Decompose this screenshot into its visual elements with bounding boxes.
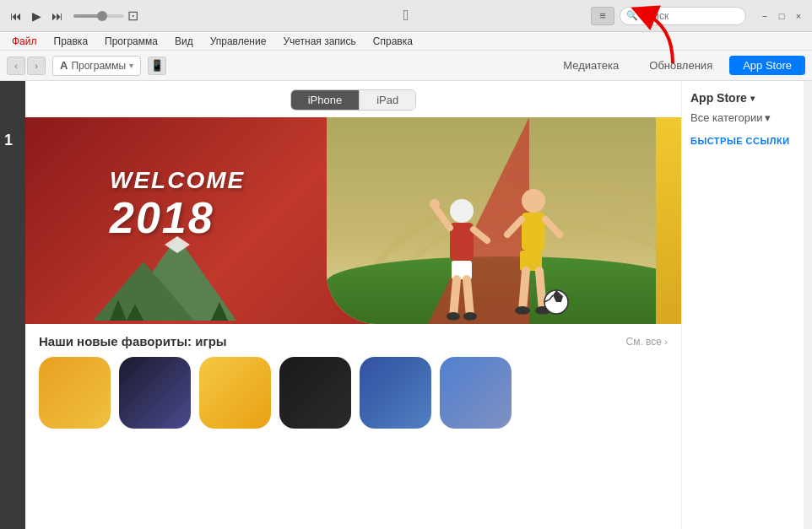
app-icon-4[interactable] xyxy=(279,357,351,429)
location-bar[interactable]: A Программы ▾ xyxy=(52,56,141,76)
nav-tabs: Медиатека Обновления App Store xyxy=(549,56,805,75)
nav-bar: ‹ › A Программы ▾ 📱 Медиатека Обновления… xyxy=(0,51,812,81)
content-area: 1 iPhone iPad xyxy=(0,81,812,529)
see-all-button[interactable]: См. все › xyxy=(625,336,668,348)
forward-button[interactable]: ⏭ xyxy=(48,8,67,24)
svg-line-17 xyxy=(467,279,470,316)
window-controls: − □ × xyxy=(758,9,805,23)
sidebar-number: 1 xyxy=(4,132,13,149)
playback-controls: ⏮ ▶ ⏭ xyxy=(7,8,67,24)
see-all-label: См. все xyxy=(625,336,662,348)
svg-point-10 xyxy=(450,199,474,223)
app-store-arrow-icon: ▾ xyxy=(750,94,755,103)
play-button[interactable]: ▶ xyxy=(29,8,45,24)
tab-ipad[interactable]: iPad xyxy=(360,90,415,110)
welcome-label: WELCOME xyxy=(110,167,245,193)
device-icon[interactable]: 📱 xyxy=(148,57,166,75)
location-label: Программы xyxy=(71,60,126,72)
tab-iphone[interactable]: iPhone xyxy=(291,90,360,110)
app-icon-1[interactable] xyxy=(39,357,111,429)
menu-program[interactable]: Программа xyxy=(98,34,165,49)
menu-bar: Файл Правка Программа Вид Управление Уче… xyxy=(0,32,812,51)
menu-control[interactable]: Управление xyxy=(203,34,273,49)
svg-point-18 xyxy=(447,312,460,321)
svg-line-26 xyxy=(539,271,543,310)
svg-rect-11 xyxy=(450,223,474,261)
tab-appstore[interactable]: App Store xyxy=(729,56,805,75)
search-bar: 🔍 xyxy=(620,7,746,25)
svg-point-19 xyxy=(463,312,477,321)
svg-line-12 xyxy=(435,207,450,228)
volume-knob xyxy=(97,11,107,21)
svg-line-16 xyxy=(453,279,457,316)
maximize-button[interactable]: □ xyxy=(775,9,788,23)
left-sidebar: 1 xyxy=(0,81,25,529)
app-icon-5[interactable] xyxy=(360,357,431,429)
app-store-dropdown[interactable]: App Store ▾ xyxy=(690,91,795,105)
quick-links-label: БЫСТРЫЕ ССЫЛКИ xyxy=(690,136,795,146)
menu-edit[interactable]: Правка xyxy=(47,34,95,49)
all-categories-arrow-icon: ▾ xyxy=(765,111,771,124)
svg-line-23 xyxy=(545,219,560,235)
title-bar-right: ≡ 🔍 − □ × xyxy=(591,7,805,25)
all-categories-label: Все категории xyxy=(690,111,762,124)
title-bar: ⏮ ▶ ⏭ ⊡  ≡ 🔍 − □ × xyxy=(0,0,812,32)
minimize-button[interactable]: − xyxy=(758,9,771,23)
app-store-label: App Store xyxy=(690,91,747,105)
bottom-section: Наши новые фавориты: игры См. все › xyxy=(25,324,681,435)
menu-view[interactable]: Вид xyxy=(168,34,200,49)
svg-point-27 xyxy=(515,306,530,315)
app-icon-6[interactable] xyxy=(440,357,512,429)
svg-point-20 xyxy=(522,189,545,213)
year-label: 2018 xyxy=(110,194,245,242)
device-tab-group: iPhone iPad xyxy=(290,89,417,111)
main-content: iPhone iPad xyxy=(25,81,681,529)
favorites-header: Наши новые фавориты: игры См. все › xyxy=(39,334,668,348)
apple-logo:  xyxy=(403,7,409,24)
svg-line-25 xyxy=(522,271,526,310)
forward-button-nav[interactable]: › xyxy=(27,57,46,75)
tab-updates[interactable]: Обновления xyxy=(636,56,726,75)
menu-account[interactable]: Учетная запись xyxy=(276,34,362,49)
all-categories-dropdown[interactable]: Все категории ▾ xyxy=(690,111,795,124)
svg-rect-21 xyxy=(522,213,545,251)
banner-text: WELCOME 2018 xyxy=(110,168,245,242)
app-grid xyxy=(39,357,668,429)
app-icon-3[interactable] xyxy=(199,357,271,429)
banner: WELCOME 2018 xyxy=(25,117,681,324)
back-button[interactable]: ‹ xyxy=(7,57,25,75)
svg-line-22 xyxy=(507,219,522,235)
svg-point-13 xyxy=(430,199,440,209)
location-dropdown-icon: ▾ xyxy=(129,61,133,70)
menu-help[interactable]: Справка xyxy=(366,34,420,49)
close-button[interactable]: × xyxy=(792,9,805,23)
menu-file[interactable]: Файл xyxy=(5,34,44,49)
right-panel: App Store ▾ Все категории ▾ БЫСТРЫЕ ССЫЛ… xyxy=(681,81,804,529)
scrollbar[interactable] xyxy=(804,81,812,529)
nav-arrows: ‹ › xyxy=(7,57,46,75)
rewind-button[interactable]: ⏮ xyxy=(7,8,25,24)
airplay-button[interactable]: ⊡ xyxy=(127,8,138,24)
tab-library[interactable]: Медиатека xyxy=(549,56,632,75)
svg-line-14 xyxy=(474,229,487,240)
search-input[interactable] xyxy=(620,7,746,25)
device-tabs: iPhone iPad xyxy=(25,81,681,117)
favorites-title: Наши новые фавориты: игры xyxy=(39,334,227,348)
list-view-button[interactable]: ≡ xyxy=(591,7,614,25)
search-icon: 🔍 xyxy=(626,10,638,21)
volume-slider[interactable] xyxy=(73,14,124,18)
location-icon: A xyxy=(60,59,68,72)
banner-background: WELCOME 2018 xyxy=(25,117,681,324)
see-all-arrow-icon: › xyxy=(664,337,668,347)
app-icon-2[interactable] xyxy=(119,357,191,429)
